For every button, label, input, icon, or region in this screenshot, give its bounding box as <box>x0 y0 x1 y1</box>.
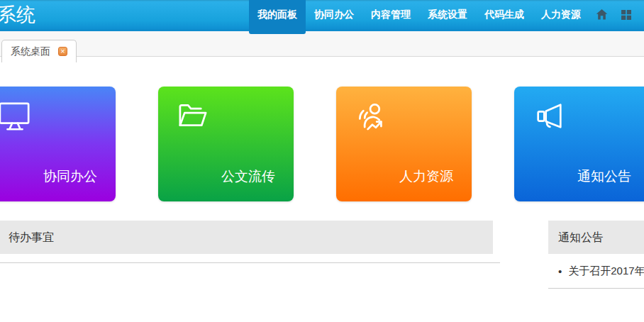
tile-label: 公文流传 <box>221 167 275 186</box>
tab-system-desktop[interactable]: 系统桌面 × <box>1 40 77 62</box>
todo-panel-divider <box>0 262 500 263</box>
folder-open-icon <box>177 101 210 132</box>
megaphone-icon <box>533 101 565 132</box>
grid-button[interactable] <box>614 0 638 29</box>
shortcut-tiles: 协同办公 公文流传 人力资源 <box>0 87 644 201</box>
app-logo: 系统 <box>0 0 35 30</box>
notice-panel-title: 通知公告 <box>548 221 644 254</box>
page: 系统 我的面板 协同办公 内容管理 系统设置 代码生成 人力资源 系统桌面 × <box>0 0 644 289</box>
monitor-icon <box>0 101 31 133</box>
tile-document-flow[interactable]: 公文流传 <box>158 87 294 201</box>
notice-list-item[interactable]: • 关于召开2017年年 <box>548 254 644 278</box>
person-arrow-icon <box>355 101 388 134</box>
notice-panel: 通知公告 • 关于召开2017年年 <box>548 221 644 289</box>
dashboard-panels: 待办事宜 通知公告 • 关于召开2017年年 <box>0 221 644 289</box>
notice-item-text: 关于召开2017年年 <box>568 265 644 278</box>
notice-list: • 关于召开2017年年 <box>548 254 644 278</box>
nav-item-collaboration[interactable]: 协同办公 <box>306 0 362 29</box>
tab-close-icon[interactable]: × <box>58 47 67 56</box>
tile-label: 人力资源 <box>399 167 453 186</box>
nav-item-my-dashboard[interactable]: 我的面板 <box>249 0 306 34</box>
grid-icon <box>621 9 632 21</box>
tile-label: 通知公告 <box>577 167 631 186</box>
tab-label: 系统桌面 <box>11 45 50 58</box>
tile-label: 协同办公 <box>43 167 97 186</box>
home-button[interactable] <box>589 0 614 29</box>
nav-item-content-mgmt[interactable]: 内容管理 <box>362 0 419 29</box>
nav-item-hr[interactable]: 人力资源 <box>533 0 589 29</box>
nav-item-system-settings[interactable]: 系统设置 <box>419 0 476 29</box>
tab-bar: 系统桌面 × <box>0 31 644 57</box>
notice-panel-divider <box>548 288 644 289</box>
top-bar: 系统 我的面板 协同办公 内容管理 系统设置 代码生成 人力资源 <box>0 0 644 31</box>
home-icon <box>596 9 608 21</box>
todo-panel: 待办事宜 <box>0 221 500 263</box>
todo-panel-title: 待办事宜 <box>0 221 493 254</box>
tile-hr[interactable]: 人力资源 <box>336 87 472 201</box>
nav-item-code-gen[interactable]: 代码生成 <box>476 0 533 29</box>
bullet-icon: • <box>558 265 562 277</box>
tile-announcements[interactable]: 通知公告 <box>514 87 644 201</box>
main-nav: 我的面板 协同办公 内容管理 系统设置 代码生成 人力资源 <box>249 0 644 34</box>
tile-collaboration[interactable]: 协同办公 <box>0 87 116 201</box>
